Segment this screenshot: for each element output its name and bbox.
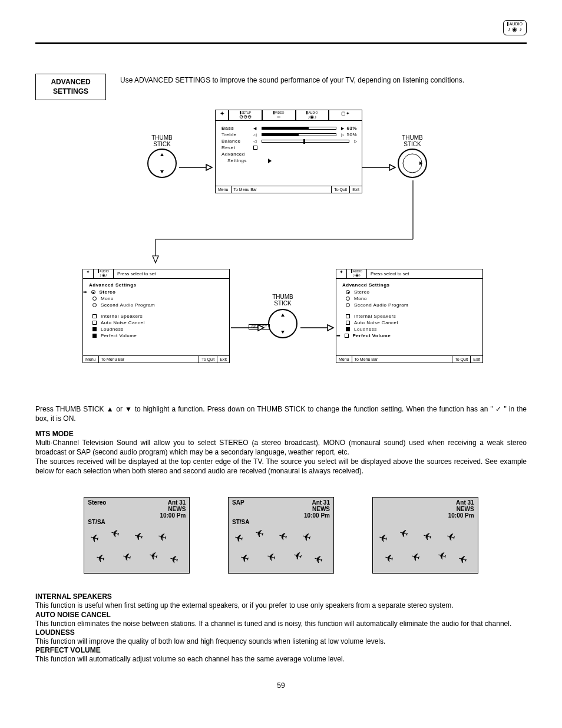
sec-anc-body: This function eliminates the noise betwe… <box>35 619 527 628</box>
header-rule <box>35 42 527 44</box>
svg-marker-12 <box>281 314 285 317</box>
sec-pv-body: This function will automatically adjust … <box>35 654 527 664</box>
example-mono: Ant 31 NEWS 10:00 Pm <box>372 497 478 574</box>
thumb-label-3: THUMB STICK <box>272 294 293 307</box>
svg-point-7 <box>403 154 422 173</box>
svg-marker-15 <box>258 325 264 331</box>
sec-anc-title: AUTO NOISE CANCEL <box>35 611 527 619</box>
thumbstick-select-icon <box>268 309 297 338</box>
mts-p1: Multi-Channel Television Sound will allo… <box>35 438 527 457</box>
sec-pv-title: PERFECT VOLUME <box>35 646 527 654</box>
diagram-area: THUMB STICK ✦ SETUP⚙⚙⚙ VIDEO▫▫ AUDIO♪◉♪ … <box>35 104 527 387</box>
mts-title: MTS MODE <box>35 430 527 438</box>
thumb-label-2: THUMB STICK <box>402 134 423 147</box>
sec-loud-body: This function will improve the quality o… <box>35 637 527 646</box>
svg-marker-17 <box>328 325 333 331</box>
svg-marker-1 <box>160 170 164 173</box>
header-audio-icon: AUDIO ♪ ◉ ♪ <box>503 20 527 35</box>
example-stereo: Stereo Ant 31 NEWS 10:00 Pm ST/SA <box>84 497 190 574</box>
svg-marker-3 <box>206 164 212 170</box>
svg-marker-0 <box>160 153 164 156</box>
thumbstick-icon <box>147 149 177 178</box>
intro-text: Use ADVANCED SETTINGS to improve the sou… <box>120 74 464 84</box>
thumbstick-instruction: Press THUMB STICK ▲ or ▼ to highlight a … <box>35 404 527 423</box>
section-title-box: ADVANCED SETTINGS <box>35 74 106 100</box>
mts-p2: The sources received will be displayed a… <box>35 457 527 476</box>
sec-loud-title: LOUDNESS <box>35 628 527 637</box>
example-sap: SAP Ant 31 NEWS 10:00 Pm ST/SA <box>228 497 334 574</box>
thumbstick-icon <box>398 149 427 178</box>
thumb-label-1: THUMB STICK <box>151 134 173 147</box>
advanced-panel-right: ✦ AUDIO♪◉♪ Press select to set Advanced … <box>336 269 483 363</box>
sec-internal-title: INTERNAL SPEAKERS <box>35 592 527 601</box>
examples-row: Stereo Ant 31 NEWS 10:00 Pm ST/SA SAP An… <box>35 497 527 574</box>
svg-marker-13 <box>281 331 285 334</box>
svg-marker-11 <box>153 256 158 263</box>
page-number: 59 <box>35 681 527 690</box>
svg-marker-5 <box>389 164 395 170</box>
sec-internal-body: This function is useful when first setti… <box>35 601 527 610</box>
advanced-panel-left: ✦ AUDIO♪◉♪ Press select to set Advanced … <box>82 269 230 363</box>
